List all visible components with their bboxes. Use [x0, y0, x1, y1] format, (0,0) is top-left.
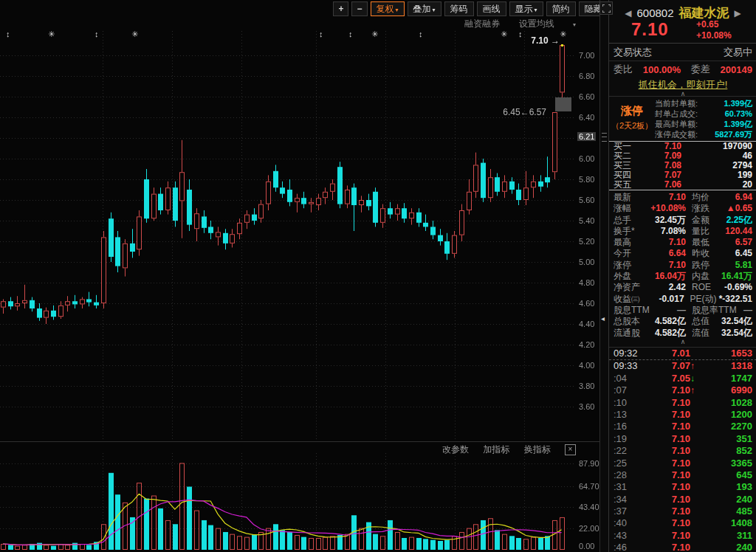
- tick-volume: 2270: [698, 421, 752, 432]
- toolbar-button-simple[interactable]: 简约: [546, 1, 576, 16]
- limit-up-title: 涨停: [609, 104, 655, 118]
- toolbar-button-fuquan[interactable]: 复权▾: [371, 1, 405, 16]
- change-value: +0.65: [696, 19, 732, 30]
- price-change: +0.65 +10.08%: [696, 19, 732, 41]
- stat-value: —: [721, 305, 752, 316]
- dividend-star-icon: ✳: [501, 30, 507, 39]
- stat-label: 换手*: [614, 226, 647, 237]
- stat-value: 16.04万: [647, 271, 686, 282]
- limit-up-detail-label: 封单占成交:: [655, 108, 698, 119]
- tick-list[interactable]: 09:327.01165309:337.07↑1318:047.05↓1747:…: [609, 347, 756, 552]
- change-param-link[interactable]: 改参数: [442, 444, 469, 455]
- stat-label: ROE: [692, 282, 721, 293]
- stat-label: 今开: [614, 248, 647, 259]
- tick-row: :377.10485: [609, 506, 756, 517]
- tick-price: 7.10: [643, 421, 690, 432]
- stat-value: 5.81: [721, 260, 752, 271]
- tick-time: :04: [614, 373, 643, 384]
- close-icon[interactable]: ×: [565, 444, 576, 455]
- stat-value: 4.582亿: [647, 328, 686, 339]
- tick-time: :25: [614, 458, 643, 469]
- toolbar-button-overlay[interactable]: 叠加▾: [408, 1, 441, 16]
- stat-label: 总值: [692, 316, 721, 327]
- stat-label: 涨幅: [614, 203, 647, 214]
- stat-value: 7.10: [647, 260, 686, 271]
- collapse-left-icon[interactable]: ◂: [601, 314, 605, 322]
- tick-volume: 351: [698, 433, 752, 445]
- stats-row: 今开6.64昨收6.45: [609, 248, 756, 259]
- stat-label: 跌停: [692, 260, 721, 271]
- prev-stock-button[interactable]: ◀: [625, 8, 631, 18]
- stat-label: 总手: [614, 215, 647, 226]
- stat-value: ▲0.65: [721, 203, 752, 214]
- change-percent: +10.08%: [696, 30, 732, 41]
- stat-value: 16.41万: [721, 271, 752, 282]
- stats-row: 收益㈢-0.017PE(动)*-322.51: [609, 294, 756, 305]
- limit-up-detail-value: 5827.69万: [715, 129, 752, 139]
- tick-row: 09:337.07↑1318: [609, 360, 756, 372]
- bid-volume: 20: [681, 180, 752, 190]
- tick-price: 7.07: [643, 360, 690, 372]
- candlestick-chart-canvas[interactable]: [0, 0, 599, 552]
- toolbar-button-drawline[interactable]: 画线: [477, 1, 506, 16]
- stat-label: 昨收: [692, 248, 721, 259]
- tick-price: 7.10: [643, 397, 690, 409]
- splitter-grip-icon[interactable]: [602, 133, 607, 142]
- collapse-up-icon[interactable]: ∧: [681, 338, 686, 345]
- stat-label: 最低: [692, 237, 721, 248]
- tick-price: 7.10: [643, 469, 690, 481]
- fullscreen-button[interactable]: [599, 1, 613, 15]
- zoom-out-button[interactable]: −: [351, 1, 367, 16]
- updown-arrow-icon: ↕: [419, 30, 423, 38]
- tick-volume: 6990: [698, 384, 752, 396]
- tick-time: :43: [614, 530, 643, 542]
- toolbar-button-display[interactable]: 显示▾: [509, 1, 543, 16]
- gap-price-callout: 6.45←6.57: [487, 107, 546, 117]
- stats-row: 股息TTM—股息率TTM—: [609, 305, 756, 316]
- ma-setting-link[interactable]: 设置均线 ▾: [519, 18, 576, 29]
- limit-up-subtitle: （2天2板）: [609, 120, 655, 131]
- stat-value: -0.017: [647, 294, 684, 305]
- up-arrow-icon: ↑: [690, 384, 698, 396]
- stats-row: 总股本4.582亿总值32.54亿: [609, 316, 756, 327]
- stat-value: 2.42: [647, 282, 686, 293]
- chart-subheader: 融资融券 设置均线 ▾: [0, 18, 576, 30]
- trade-status-row: 交易状态 交易中: [609, 43, 756, 61]
- weicha-label: 委差: [691, 63, 710, 76]
- stat-value: 6.64: [647, 248, 686, 259]
- zoom-in-button[interactable]: +: [333, 1, 348, 16]
- next-stock-button[interactable]: ▶: [735, 8, 741, 18]
- stat-label: 总股本: [614, 316, 647, 327]
- stock-trading-app: ↕✳↕✳↕↕✳↕✳↕✳ 7.006.806.606.406.206.005.80…: [0, 0, 756, 552]
- weibi-value: 100.00%: [643, 64, 681, 75]
- toolbar-button-chips[interactable]: 筹码: [444, 1, 474, 16]
- tick-time: :31: [614, 481, 643, 493]
- stats-row: 涨停7.10跌停5.81: [609, 260, 756, 271]
- tick-price: 7.10: [643, 458, 690, 469]
- stat-label: 金额: [692, 215, 721, 226]
- tick-price: 7.05: [643, 373, 690, 384]
- tick-price: 7.10: [643, 433, 690, 445]
- tick-row: :107.101028: [609, 397, 756, 409]
- tick-row: :197.10351: [609, 433, 756, 445]
- trade-status-value: 交易中: [724, 46, 752, 59]
- last-price: 7.10: [631, 19, 669, 40]
- bid-level-label: 买五: [614, 180, 639, 190]
- tick-volume: 1747: [698, 373, 752, 384]
- axis-crosshair-price: 6.21: [577, 132, 596, 141]
- limit-up-detail-value: 1.399亿: [724, 98, 752, 108]
- stat-label: 量比: [692, 226, 721, 237]
- tick-price: 7.01: [643, 348, 690, 359]
- tick-row: :077.10↑6990: [609, 384, 756, 396]
- stat-label: 涨停: [614, 260, 647, 271]
- tick-price: 7.10: [643, 445, 690, 457]
- tick-volume: 240: [698, 542, 752, 552]
- switch-indicator-link[interactable]: 换指标: [524, 444, 551, 455]
- stats-row: 最高7.10最低6.57: [609, 237, 756, 248]
- tick-time: :07: [614, 384, 643, 396]
- tick-time: 09:33: [614, 360, 643, 372]
- margin-trading-link[interactable]: 融资融券: [464, 18, 500, 29]
- tick-volume: 193: [698, 481, 752, 493]
- add-indicator-link[interactable]: 加指标: [483, 444, 509, 455]
- quote-panel: ◀ 600802 福建水泥 ▶ 7.10 +0.65 +10.08% 交易状态 …: [608, 0, 756, 552]
